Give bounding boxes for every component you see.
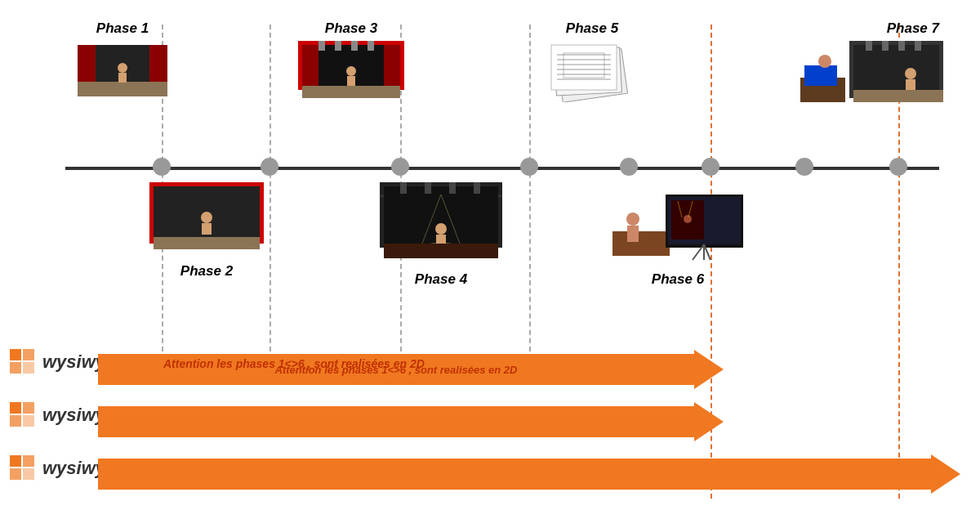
svg-rect-89 — [23, 415, 34, 427]
phase-5-label: Phase 5 — [539, 20, 645, 37]
node-4 — [520, 158, 538, 176]
arrow-report-body: Attention les phases 1<>6 , sont realisé… — [98, 354, 694, 385]
node-6 — [702, 158, 719, 176]
svg-rect-55 — [380, 182, 384, 248]
phase-4-label: Phase 4 — [376, 271, 506, 288]
wysiwyg-design-icon — [8, 400, 38, 430]
arrow-design-body — [98, 406, 694, 437]
svg-rect-8 — [298, 41, 302, 90]
svg-point-38 — [818, 55, 831, 68]
diagram-container: Phase 1 Phase 3 — [0, 0, 980, 528]
svg-rect-71 — [627, 226, 639, 242]
svg-rect-86 — [10, 402, 21, 414]
svg-rect-4 — [149, 45, 167, 82]
svg-rect-37 — [804, 65, 837, 86]
svg-rect-90 — [10, 455, 21, 467]
arrow-report-tip — [694, 350, 724, 389]
svg-rect-42 — [866, 41, 872, 51]
svg-rect-87 — [23, 402, 34, 414]
svg-rect-66 — [425, 182, 431, 194]
svg-point-51 — [201, 212, 212, 223]
phase-6-item: Phase 6 — [604, 178, 751, 288]
svg-rect-44 — [898, 41, 905, 51]
svg-rect-17 — [318, 41, 325, 51]
svg-rect-40 — [906, 79, 915, 91]
phase-7-image — [784, 37, 947, 119]
svg-rect-56 — [498, 182, 502, 248]
wysiwyg-report-icon — [8, 347, 38, 377]
svg-point-62 — [435, 223, 447, 235]
phase-2-item: Phase 2 — [145, 178, 268, 280]
svg-rect-64 — [384, 244, 498, 258]
svg-rect-83 — [23, 349, 34, 360]
node-5 — [620, 158, 638, 176]
svg-rect-85 — [23, 362, 34, 374]
svg-rect-54 — [380, 182, 502, 186]
arrow-design — [98, 402, 724, 441]
svg-rect-2 — [78, 45, 96, 82]
svg-rect-84 — [10, 362, 21, 374]
svg-rect-43 — [882, 41, 889, 51]
phase-5-item: Phase 5 — [539, 20, 645, 105]
svg-rect-33 — [939, 41, 943, 98]
phase-7-item: Phase 7 — [784, 20, 947, 122]
svg-rect-35 — [853, 45, 939, 94]
node-7 — [795, 158, 813, 176]
phase-7-label: Phase 7 — [784, 20, 939, 37]
node-3 — [391, 158, 409, 176]
phase-6-image — [604, 178, 751, 268]
svg-point-39 — [905, 68, 916, 79]
svg-rect-12 — [302, 45, 318, 90]
phase-1-image — [74, 37, 172, 102]
arrow-design-tip — [694, 402, 724, 441]
node-2 — [261, 158, 278, 176]
svg-rect-91 — [23, 455, 34, 467]
phase-1-item: Phase 1 — [74, 20, 172, 105]
svg-rect-82 — [10, 349, 21, 360]
svg-rect-6 — [118, 73, 127, 83]
svg-point-15 — [346, 66, 356, 76]
svg-rect-92 — [10, 468, 21, 480]
dashed-line-phase4 — [529, 25, 531, 360]
svg-rect-67 — [449, 182, 456, 194]
phase-6-label: Phase 6 — [604, 271, 751, 288]
svg-rect-14 — [302, 86, 400, 98]
wysiwyg-perform-icon — [8, 454, 38, 483]
svg-rect-68 — [474, 182, 480, 194]
phase-1-label: Phase 1 — [74, 20, 172, 37]
phase-5-image — [539, 37, 645, 102]
svg-point-70 — [626, 213, 639, 226]
phase-4-image — [376, 178, 506, 268]
svg-point-5 — [118, 63, 127, 73]
arrow-report-label: Attention les phases 1<>6 , sont realisé… — [275, 364, 518, 376]
svg-rect-41 — [853, 90, 943, 102]
phase-3-label: Phase 3 — [294, 20, 408, 37]
svg-rect-32 — [849, 41, 853, 98]
dashed-line-phase2 — [270, 25, 271, 360]
phase-2-image — [145, 178, 268, 260]
svg-rect-69 — [612, 231, 670, 256]
svg-rect-20 — [368, 41, 374, 51]
svg-rect-48 — [260, 182, 264, 244]
phase-3-item: Phase 3 — [294, 20, 408, 105]
arrow-perform — [98, 454, 960, 494]
svg-rect-19 — [351, 41, 358, 51]
svg-rect-0 — [78, 82, 167, 96]
arrow-perform-body — [98, 459, 931, 490]
svg-rect-16 — [347, 76, 355, 86]
svg-rect-93 — [23, 468, 34, 480]
arrow-report: Attention les phases 1<>6 , sont realisé… — [98, 350, 724, 389]
svg-rect-52 — [202, 223, 212, 235]
svg-rect-31 — [849, 41, 943, 45]
phase-4-item: Phase 4 — [376, 178, 506, 288]
svg-rect-18 — [335, 41, 341, 51]
svg-rect-65 — [400, 182, 407, 194]
svg-rect-88 — [10, 415, 21, 427]
svg-rect-45 — [915, 41, 921, 51]
svg-rect-13 — [384, 45, 400, 90]
phase-2-label: Phase 2 — [145, 263, 268, 280]
phase-3-image — [294, 37, 408, 102]
svg-rect-53 — [154, 237, 260, 249]
arrow-perform-tip — [931, 454, 960, 494]
svg-point-76 — [684, 215, 692, 223]
